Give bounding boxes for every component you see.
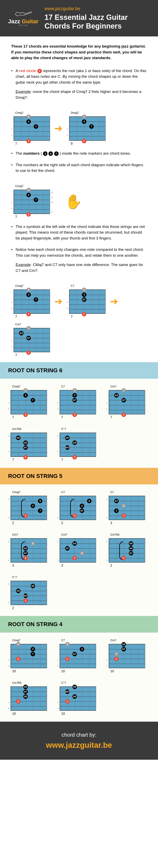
muted-indicators: xx <box>57 391 60 413</box>
footer: chord chart by: www.jazzguitar.be <box>0 722 158 760</box>
note-marker: b7 <box>129 551 133 555</box>
note-marker: 5 <box>16 642 21 647</box>
note-marker: 1 <box>23 455 28 460</box>
chord-diagram: Cm7 xx 5b3b71 7 <box>11 323 50 357</box>
chord-diagram: C7 xx 53b71 2 <box>57 491 96 525</box>
fret-number: 10 <box>110 670 114 673</box>
chord-diagram: Cmaj7 xx 5371 7 <box>11 111 50 146</box>
muted-indicators: xx <box>8 434 10 456</box>
muted-indicators: xx <box>11 191 14 213</box>
fretboard: 53b71 <box>60 390 96 414</box>
chord-name: Cm7 <box>61 533 67 536</box>
logo-jazz: Jazz <box>8 18 20 25</box>
fret-number: 7 <box>15 315 17 319</box>
text: : move the chord shape of Cmaj7 2 frets … <box>16 90 141 100</box>
note-marker: 3 <box>26 292 31 297</box>
tone-badge: 5 <box>49 151 53 156</box>
note-marker: b5 <box>16 436 21 440</box>
note-marker: b3 <box>72 440 77 445</box>
note-marker: 1 <box>122 412 126 417</box>
note-marker: 5 <box>80 551 84 555</box>
fret-number: 7 <box>12 458 14 462</box>
note-marker: b7 <box>122 647 126 651</box>
note-marker: 1 <box>65 657 70 661</box>
note-marker: b7 <box>80 508 84 513</box>
chord-diagram: Cm7 xx 5b3b71 3 <box>8 533 47 567</box>
chord-diagram: Cmaj7 xx 5371 10 <box>8 639 47 673</box>
note-marker: 5 <box>114 652 119 656</box>
note-marker: b5 <box>65 436 70 440</box>
section-head-5: ROOT ON STRING 5 <box>0 468 158 485</box>
finger-numbers: 4231 <box>50 191 53 213</box>
note-marker: 1 <box>114 657 119 661</box>
chord-name: Cm7 <box>110 639 116 642</box>
note-marker: 5 <box>65 642 70 647</box>
note-marker: b7 <box>23 445 28 450</box>
muted-indicators: xx <box>106 497 109 519</box>
note-marker: 7 <box>38 508 43 513</box>
bullet-memorize: Notice how each chord only changes one n… <box>11 247 147 274</box>
note-marker: 1 <box>23 513 28 518</box>
arrow-icon: ➜ <box>54 296 63 307</box>
red-circle-text: red circle <box>19 69 36 73</box>
footer-label: chord chart by: <box>10 732 148 738</box>
note-marker: 1 <box>26 312 31 316</box>
text: : CMaj7 and C7 only have one note differ… <box>16 262 143 273</box>
chord-name: Cm7b5 <box>110 533 120 536</box>
intro-section: These 17 chords are essential knowledge … <box>0 36 158 68</box>
fret-number: 3 <box>110 521 112 525</box>
muted-indicators: xx <box>57 645 60 667</box>
chord-name: Cmaj7 <box>12 639 20 642</box>
note-marker: bb7 <box>23 593 28 598</box>
chord-name: Cm7 <box>110 385 116 388</box>
note-marker: 1 <box>72 513 77 518</box>
section-head-4: ROOT ON STRING 4 <box>0 616 158 632</box>
fretboard: b7531 <box>109 496 145 520</box>
example-row-2: Cmaj7 xx 5371 4231 7 ✋ <box>0 179 158 224</box>
fret-number: 3 <box>12 564 14 567</box>
fret-number: 7 <box>15 215 17 219</box>
chord-name: C7 <box>110 491 114 494</box>
muted-indicators: xx <box>11 329 14 351</box>
section-head-6: ROOT ON STRING 6 <box>0 362 158 379</box>
note-marker: b7 <box>23 551 28 555</box>
chord-diagram: Dmaj7 xx 5371 9 <box>67 111 106 146</box>
note-marker: 1 <box>122 513 126 518</box>
hand-icon: ✋ <box>65 193 82 210</box>
note-marker: b5 <box>72 694 77 699</box>
note-marker: b3 <box>23 440 28 445</box>
note-marker: b3 <box>72 541 77 546</box>
chord-name: C°7 <box>61 427 66 431</box>
muted-indicators: xx <box>8 582 10 604</box>
bullet-list-3: The x symbols at the left side of the ch… <box>0 224 158 274</box>
chord-name: Dmaj7 <box>71 111 79 114</box>
fret-number: 10 <box>61 712 65 716</box>
muted-indicators: xx <box>106 539 109 561</box>
note-marker: 1 <box>72 455 77 460</box>
note-marker: 5 <box>82 115 86 119</box>
fretboard: 53b71 <box>69 289 106 314</box>
note-marker: 1 <box>23 556 28 560</box>
fret-number: 10 <box>12 670 16 673</box>
example-label: Example <box>16 90 31 94</box>
fretboard: 5b3b71 <box>109 390 145 414</box>
fret-number: 9 <box>71 142 73 146</box>
fret-number: 7 <box>61 458 63 462</box>
note-marker: 3 <box>23 393 28 398</box>
text: numbers <box>23 151 40 155</box>
chord-name: C7 <box>61 491 65 494</box>
muted-indicators: xx <box>57 497 60 519</box>
fretboard: 53b71 <box>60 644 96 668</box>
text: inside the note markers are chord tones. <box>61 151 131 155</box>
chord-name: C7 <box>71 284 74 287</box>
note-marker: b7 <box>65 546 70 551</box>
note-marker: 3 <box>26 193 31 197</box>
note-marker: 5 <box>122 388 126 393</box>
chord-name: C°7 <box>12 576 17 579</box>
chord-diagram: Cm7 xx b3b751 3 <box>57 533 96 567</box>
fretboard: 5371 <box>69 116 106 141</box>
note-marker: b7 <box>26 336 31 340</box>
note-marker: 1 <box>26 139 31 143</box>
note-marker: 7 <box>31 652 35 656</box>
note-marker: bb7 <box>65 689 70 694</box>
